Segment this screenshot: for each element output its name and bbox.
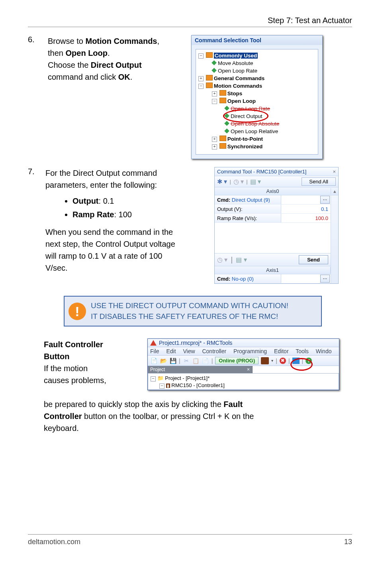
dropdown-icon[interactable]: ▾ [271,358,273,363]
caution-callout: ! USE THE DIRECT OUTPUT COMMAND WITH CAU… [64,296,322,326]
cut-icon[interactable]: ✂ [183,357,190,364]
rmctools-window: Project1.rmcproj* - RMCTools File Edit V… [147,338,339,390]
close-icon[interactable]: × [247,367,250,372]
text-bold: Controller [44,412,82,421]
menu-programming[interactable]: Programming [233,348,267,354]
tree-item-general-commands[interactable]: + General Commands [198,75,316,82]
tree-item-point-to-point[interactable]: + Point-to-Point [198,135,316,143]
text: will ramp to 0.1 V at a rate of 100 [45,252,163,260]
ramp-rate-value[interactable]: 100.0 [281,214,331,222]
menu-file[interactable]: File [150,348,159,354]
close-icon[interactable]: × [333,169,336,175]
text: If the motion [44,364,88,373]
tree-item-open-loop-relative[interactable]: Open Loop Relative [198,128,316,135]
expand-icon[interactable]: + [198,76,204,81]
collapse-icon[interactable]: − [159,383,165,389]
tree-item-synchronized[interactable]: + Synchronized [198,143,316,150]
tree-item-open-loop-rate2[interactable]: Open Loop Rate [198,105,316,112]
browse-button[interactable]: ... [320,196,330,204]
online-status-button[interactable]: Online (PROG) [215,357,259,364]
text: For the Direct Output command [45,169,157,177]
toolbar-icon[interactable]: ▤ ▾ [236,256,247,264]
tree-item-open-loop[interactable]: − Open Loop [198,97,316,105]
diamond-icon [224,121,229,126]
collapse-icon[interactable]: − [198,53,204,59]
cmd-value[interactable]: Direct Output (9) [232,197,270,203]
folder-icon [219,98,226,103]
toolbar-icon[interactable]: ◷ ▾ [233,178,244,185]
collapse-icon[interactable]: − [198,84,204,89]
cmd-label: Cmd: Direct Output (9) [215,195,281,204]
collapse-icon[interactable]: − [212,99,217,104]
diamond-icon [212,68,217,73]
expand-icon[interactable]: + [212,137,217,142]
toolbar-icon[interactable]: ◷ ▾ [217,256,227,264]
separator: | [288,358,290,364]
text: V/sec. [45,264,68,272]
paste-icon[interactable]: 📄 [202,357,209,364]
text: be prepared to quickly stop the axis by … [44,400,223,409]
folder-icon [206,83,213,88]
window-title: Project1.rmcproj* - RMCTools [159,340,232,346]
command-selection-tool-window: Command Selection Tool − Commonly Used M… [191,35,323,159]
menu-window[interactable]: Windo [316,348,332,354]
text-bold: OK [118,73,130,81]
list-item: Output: 0.1 [72,195,213,207]
tree-item-controller[interactable]: − ▮ RMC150 - [Controller1] [151,382,336,389]
text: . [108,49,110,57]
text: command and click [48,73,118,81]
text: : 0.1 [99,197,114,205]
toolbar-icon[interactable]: ▤ ▾ [250,178,261,185]
tree-item-commonly-used[interactable]: − Commonly Used [198,52,316,59]
send-button[interactable]: Send [299,255,328,264]
fault-controller-button[interactable]: ✖ [280,358,286,364]
send-all-button[interactable]: Send All [302,177,336,186]
text: keyboard. [44,424,79,433]
text-bold: Direct Output [91,61,142,69]
tree-item-stops[interactable]: + Stops [198,90,316,97]
blank-area [215,223,331,254]
menu-controller[interactable]: Controller [202,348,226,354]
tree-item-move-absolute[interactable]: Move Absolute [198,59,316,67]
menu-tools[interactable]: Tools [296,348,309,354]
toolbar-icon[interactable] [261,357,269,364]
toolbar-icon[interactable] [292,358,300,364]
cmd-value[interactable]: No-op (0) [232,276,254,282]
tree-item-open-loop-absolute[interactable]: Open Loop Absolute [198,120,316,128]
scroll-up-icon[interactable]: ▴ [331,188,338,194]
help-icon[interactable]: ? [306,358,312,364]
diamond-icon [212,60,217,65]
separator: | [212,358,213,364]
tree-item-project[interactable]: − 📁 Project - [Project1]* [151,375,336,382]
menu-view[interactable]: View [183,348,195,354]
browse-button[interactable]: ... [320,275,330,283]
tree-item-direct-output[interactable]: Direct Output [198,112,316,120]
text-bold: Open Loop [65,49,108,57]
text: then [48,49,65,57]
text: . [130,73,133,81]
output-value[interactable]: 0.1 [281,205,331,213]
toolbar-icon[interactable]: 📂 [160,357,167,364]
controller-icon: ▮ [166,383,170,388]
menu-bar: File Edit View Controller Programming Ed… [148,347,339,356]
expand-icon[interactable]: + [212,91,217,96]
save-icon[interactable]: 💾 [169,357,176,364]
separator: | [231,256,233,264]
menu-editor[interactable]: Editor [274,348,289,354]
expand-icon[interactable]: + [212,144,217,149]
toolbar-icon[interactable]: ✱ ▾ [217,178,227,185]
scrollbar[interactable] [331,195,338,283]
copy-icon[interactable]: 📋 [192,357,200,364]
ramp-rate-label: Ramp Rate (V/s): [215,214,281,222]
tree-item-open-loop-rate[interactable]: Open Loop Rate [198,67,316,75]
window-title: Command Tool - RMC150 [Controller1] [217,169,306,175]
menu-edit[interactable]: Edit [166,348,176,354]
text: , [157,37,159,45]
toolbar-icon[interactable]: 📄 [150,357,157,364]
text: : 100 [114,210,131,219]
heading: Button [44,352,69,361]
app-logo-icon [150,340,157,346]
collapse-icon[interactable]: − [151,376,156,382]
callout-line: USE THE DIRECT OUTPUT COMMAND WITH CAUTI… [91,301,288,311]
tree-item-motion-commands[interactable]: − Motion Commands [198,82,316,90]
